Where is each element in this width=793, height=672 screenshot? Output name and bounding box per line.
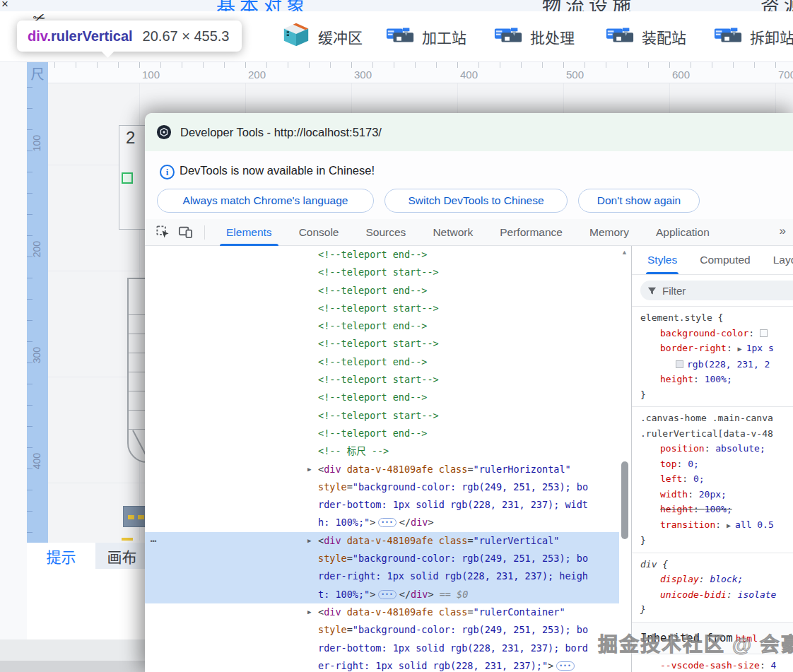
sidebar-tab-layout[interactable]: Layout [773, 246, 793, 274]
ruler-tick [585, 62, 585, 68]
infobar-button-3[interactable]: Don't show again [578, 189, 700, 213]
css-line[interactable]: unicode-bidi: isolate [632, 587, 793, 603]
toolbar-item-3[interactable]: 批处理 [493, 20, 575, 53]
scroll-up-arrow-icon[interactable]: ▲ [621, 249, 628, 256]
dom-tree-row[interactable]: <!-- 标尺 --> [145, 442, 631, 460]
css-line[interactable]: rgb(228, 231, 2 [632, 357, 793, 372]
category-tab[interactable]: 基本对象 [212, 0, 314, 11]
devtools-tab-network[interactable]: Network [419, 219, 486, 246]
expand-arrow-icon[interactable]: ▶ [307, 461, 311, 478]
devtools-tab-elements[interactable]: Elements [213, 219, 286, 246]
ruler-label: 600 [672, 69, 690, 81]
dom-tree-row[interactable]: ⋯▶<div data-v-48109afe class="rulerVerti… [145, 532, 631, 550]
dom-tree-row[interactable]: rder-bottom: 1px solid rgb(228, 231, 237… [145, 496, 631, 514]
ruler-tick [478, 62, 479, 68]
inline-expand-icon[interactable]: ••• [556, 661, 574, 671]
styles-filter[interactable]: Filter [640, 281, 793, 300]
infobar-button-1[interactable]: Always match Chrome's language [157, 189, 374, 213]
css-line[interactable]: transition: ▶ all 0.5 [632, 517, 793, 534]
css-line[interactable]: } [632, 387, 793, 403]
css-line[interactable]: background-color: [632, 326, 793, 341]
toolbar-item-1[interactable]: 缓冲区 [281, 20, 363, 53]
device-toolbar-icon[interactable] [178, 225, 193, 242]
infobar-button-2[interactable]: Switch DevTools to Chinese [384, 189, 568, 213]
bottom-tab-1[interactable]: 提示 [27, 543, 95, 569]
dom-tree-row[interactable]: <!--teleport start--> [145, 335, 631, 353]
css-line[interactable]: border-right: ▶ 1px s [632, 341, 793, 357]
inline-expand-icon[interactable]: ••• [378, 590, 396, 599]
devtools-tab-memory[interactable]: Memory [576, 219, 642, 246]
devtools-titlebar[interactable]: Developer Tools - http://localhost:5173/ [145, 113, 793, 151]
more-tabs-icon[interactable]: » [780, 224, 786, 238]
devtools-tab-sources[interactable]: Sources [353, 219, 420, 246]
color-swatch-icon[interactable] [676, 360, 683, 368]
css-line[interactable]: position: absolute; [632, 441, 793, 456]
css-line[interactable]: } [632, 602, 793, 618]
css-line[interactable]: display: block; [632, 572, 793, 587]
dom-tree-row[interactable]: style="background-color: rgb(249, 251, 2… [145, 621, 631, 639]
toolbar-item-5[interactable]: 拆卸站 [713, 20, 793, 53]
category-tab[interactable]: 资源 [760, 0, 793, 11]
css-rule[interactable]: .canvas-home .main-canva.rulerVertical[d… [632, 406, 793, 553]
css-line[interactable]: div { [632, 557, 793, 572]
dom-tree-row[interactable]: <!--teleport start--> [145, 407, 631, 425]
dom-tree-row[interactable]: <!--teleport end--> [145, 425, 631, 442]
dom-tree-row[interactable]: <!--teleport end--> [145, 389, 631, 406]
expand-arrow-icon[interactable]: ▶ [727, 521, 735, 529]
inline-expand-icon[interactable]: ••• [378, 518, 396, 527]
css-line[interactable]: width: 20px; [632, 487, 793, 502]
css-rule[interactable]: div {display: block;unicode-bidi: isolat… [632, 553, 793, 622]
dom-tree-row[interactable]: <!--teleport end--> [145, 246, 631, 264]
tooltip-dimensions: 20.67 × 455.3 [143, 28, 230, 45]
dom-tree-row[interactable]: style="background-color: rgb(249, 251, 2… [145, 550, 631, 567]
css-line[interactable]: top: 0; [632, 456, 793, 472]
sidebar-tab-computed[interactable]: Computed [700, 246, 751, 274]
toolbar-item-2[interactable]: 加工站 [385, 20, 466, 53]
bottom-tab-2[interactable]: 画布 [95, 543, 148, 569]
toolbar-item-label: 拆卸站 [750, 26, 793, 47]
css-line[interactable]: height: 100%; [632, 502, 793, 517]
expand-arrow-icon[interactable]: ▶ [738, 345, 746, 353]
dom-tree-row[interactable]: ▶<div data-v-48109afe class="rulerContai… [145, 603, 631, 621]
row-menu-dots-icon[interactable]: ⋯ [151, 532, 158, 550]
dom-tree-row[interactable]: rder-right: 1px solid rgb(228, 231, 237)… [145, 567, 631, 585]
expand-arrow-icon[interactable]: ▶ [307, 532, 311, 550]
css-line[interactable]: element.style { [632, 310, 793, 326]
dom-tree-row[interactable]: <!--teleport start--> [145, 371, 631, 389]
devtools-tab-console[interactable]: Console [286, 219, 353, 246]
css-line[interactable]: .rulerVertical[data-v-48 [632, 426, 793, 442]
color-swatch-icon[interactable] [760, 329, 768, 337]
sidebar-tab-styles[interactable]: Styles [647, 246, 677, 274]
ruler-tick [245, 62, 246, 68]
css-rule[interactable]: element.style {background-color: border-… [632, 306, 793, 406]
dom-tree-row[interactable]: <!--teleport end--> [145, 282, 631, 300]
dom-tree-row[interactable]: er-right: 1px solid rgb(228, 231, 237);"… [145, 657, 631, 672]
dom-tree-row[interactable]: ▶<div data-v-48109afe class="rulerHorizo… [145, 461, 631, 478]
css-line[interactable]: --vscode-sash-size: 4 [632, 658, 793, 672]
ruler-tick [500, 62, 500, 68]
toolbar-item-4[interactable]: 装配站 [605, 20, 686, 53]
selection-handle[interactable] [122, 172, 133, 184]
dom-tree-row[interactable]: <!--teleport end--> [145, 317, 631, 335]
inspect-element-icon[interactable] [155, 225, 170, 242]
css-line[interactable]: } [632, 533, 793, 548]
css-line[interactable]: height: 100%; [632, 372, 793, 387]
dom-tree-row[interactable]: <!--teleport start--> [145, 264, 631, 281]
dom-tree-row[interactable]: <!--teleport start--> [145, 300, 631, 317]
devtools-tab-performance[interactable]: Performance [486, 219, 576, 246]
css-rules: element.style {background-color: border-… [632, 306, 793, 672]
elements-scrollbar[interactable]: ▲ [619, 246, 631, 672]
dom-tree-row[interactable]: rder-bottom: 1px solid rgb(228, 231, 237… [145, 639, 631, 657]
scrollbar-thumb[interactable] [621, 461, 628, 539]
dom-tree-row[interactable]: h: 100%;">•••</div> [145, 514, 631, 531]
css-line[interactable]: .canvas-home .main-canva [632, 411, 793, 426]
category-tab[interactable]: 物流设施 [542, 0, 635, 11]
expand-arrow-icon[interactable]: ▶ [307, 603, 311, 621]
dom-tree-row[interactable]: <!--teleport end--> [145, 353, 631, 371]
ruler-tick [27, 193, 33, 194]
dom-tree-row[interactable]: t: 100%;">•••</div> == $0 [145, 586, 631, 603]
css-line[interactable]: left: 0; [632, 471, 793, 487]
close-icon[interactable]: × [1, 0, 8, 11]
devtools-tab-application[interactable]: Application [642, 219, 723, 246]
dom-tree-row[interactable]: style="background-color: rgb(249, 251, 2… [145, 478, 631, 496]
